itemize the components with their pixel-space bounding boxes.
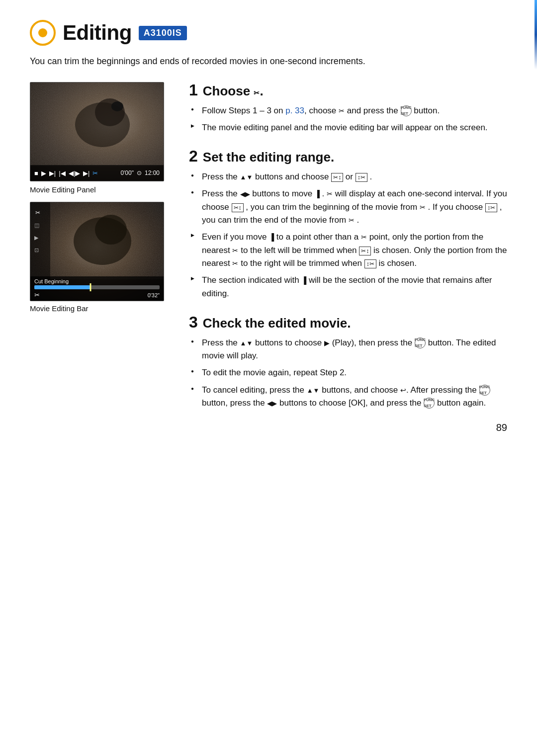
bottom-image-bar: Cut Beginning ✂ 0'32": [30, 276, 164, 301]
step-3-bullet-3: To cancel editing, press the ▲▼ buttons,…: [189, 384, 507, 410]
time-start: 0'00": [120, 169, 134, 176]
step-2-number: 2: [189, 148, 198, 164]
timeline-marker: [90, 283, 91, 291]
next-icon: ▶|: [83, 169, 90, 177]
movie-editing-bar-image: ✂ ◫ ▶ ⊡ Cut Beginning: [30, 202, 164, 301]
right-column: 1 Choose ✂. Follow Steps 1 – 3 on p. 33,…: [189, 82, 507, 423]
step-1: 1 Choose ✂. Follow Steps 1 – 3 on p. 33,…: [189, 82, 507, 134]
step-3-title: Check the edited movie.: [203, 316, 351, 331]
svg-point-3: [111, 101, 123, 111]
step-1-number: 1: [189, 82, 198, 98]
svg-point-10: [95, 215, 127, 245]
page-title: Editing: [63, 21, 132, 45]
top-accent-decoration: [535, 0, 537, 70]
section-icon: [30, 20, 56, 46]
movie-editing-panel-image: ■ ▶ ▶| |◀ ◀|▶ ▶| ✂ 0'00" ⊙ 12:00: [30, 82, 164, 181]
page-container: Editing A3100IS You can trim the beginni…: [0, 0, 537, 453]
caption-editing-bar: Movie Editing Bar: [30, 304, 174, 313]
step-2-header: 2 Set the editing range.: [189, 148, 507, 165]
step-1-title: Choose ✂.: [203, 84, 264, 98]
left-column: ■ ▶ ▶| |◀ ◀|▶ ▶| ✂ 0'00" ⊙ 12:00 Movie E…: [30, 82, 174, 423]
icon-circle-inner: [38, 28, 47, 37]
top-image-controls-bar: ■ ▶ ▶| |◀ ◀|▶ ▶| ✂ 0'00" ⊙ 12:00: [30, 165, 164, 181]
time-end: 12:00: [145, 169, 160, 176]
step-3: 3 Check the edited movie. Press the ▲▼ b…: [189, 314, 507, 410]
step-1-bullet-2: The movie editing panel and the movie ed…: [189, 121, 507, 134]
step-3-bullets: Press the ▲▼ buttons to choose ▶ (Play),…: [189, 336, 507, 410]
time-display: 0'00" ⊙ 12:00: [120, 169, 160, 176]
timeline-bar: [34, 285, 160, 289]
page-link[interactable]: p. 33: [285, 106, 304, 115]
step-2-bullet-4: The section indicated with ▐ will be the…: [189, 274, 507, 300]
scissors-bar-icon: ✂: [34, 291, 40, 299]
step-2-bullet-2: Press the ◀▶ buttons to move ▐ . ✂ will …: [189, 187, 507, 227]
step-3-number: 3: [189, 314, 198, 330]
func-set-icon-3: FUNCSET: [479, 385, 490, 396]
scissors-panel-icon: ✂: [92, 169, 98, 177]
step-3-header: 3 Check the edited movie.: [189, 314, 507, 331]
step-2-title: Set the editing range.: [203, 150, 334, 165]
page-header: Editing A3100IS: [30, 20, 507, 46]
play-icon: ▶: [41, 169, 46, 177]
step-2-bullets: Press the ▲▼ buttons and choose ✂↕ or ↕✂…: [189, 170, 507, 300]
cut-beginning-label: Cut Beginning: [34, 278, 160, 284]
play-slow-icon: ▶|: [49, 169, 56, 177]
step-3-bullet-2: To edit the movie again, repeat Step 2.: [189, 366, 507, 379]
func-set-icon-2: FUNCSET: [415, 337, 426, 348]
content-columns: ■ ▶ ▶| |◀ ◀|▶ ▶| ✂ 0'00" ⊙ 12:00 Movie E…: [30, 82, 507, 423]
step-3-bullet-1: Press the ▲▼ buttons to choose ▶ (Play),…: [189, 336, 507, 363]
intro-paragraph: You can trim the beginnings and ends of …: [30, 55, 507, 68]
timeline-icons-row: ✂ 0'32": [34, 291, 160, 299]
step-1-bullets: Follow Steps 1 – 3 on p. 33, choose ✂ an…: [189, 104, 507, 135]
func-set-icon-4: FUNCSET: [424, 398, 435, 409]
step-2-bullet-3: Even if you move ▐ to a point other than…: [189, 231, 507, 270]
prev-icon: |◀: [59, 169, 65, 177]
caption-editing-panel: Movie Editing Panel: [30, 185, 174, 194]
page-number: 89: [496, 422, 507, 433]
model-badge: A3100IS: [139, 26, 187, 40]
func-set-icon-1: FUNCSET: [401, 105, 412, 116]
timeline-fill: [34, 285, 90, 289]
time-clock-icon: ⊙: [137, 169, 142, 176]
adjust-icon: ◀|▶: [69, 169, 80, 177]
step-1-header: 1 Choose ✂.: [189, 82, 507, 98]
step-2-bullet-1: Press the ▲▼ buttons and choose ✂↕ or ↕✂…: [189, 170, 507, 183]
cut-time: 0'32": [148, 292, 160, 298]
step-1-bullet-1: Follow Steps 1 – 3 on p. 33, choose ✂ an…: [189, 104, 507, 117]
step-2: 2 Set the editing range. Press the ▲▼ bu…: [189, 148, 507, 300]
stop-icon: ■: [34, 169, 38, 177]
